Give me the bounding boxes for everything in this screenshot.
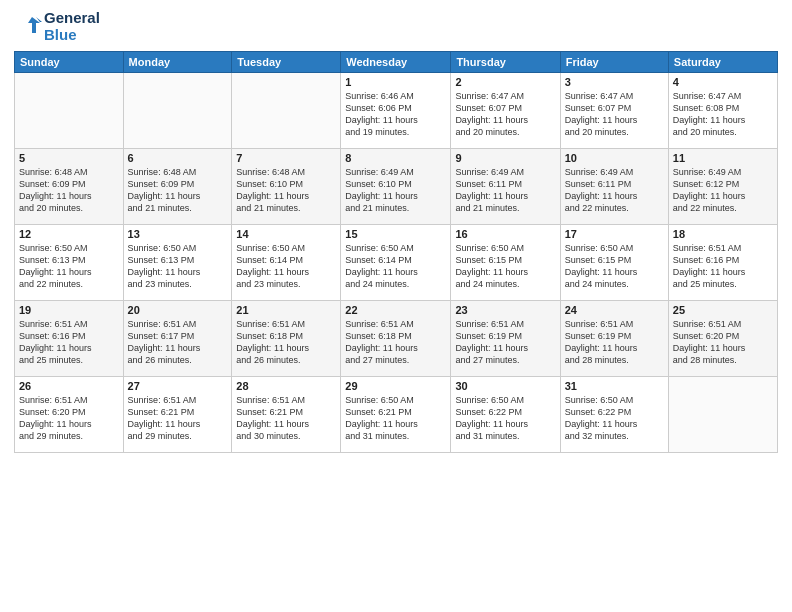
day-number: 21: [236, 304, 336, 316]
logo: General Blue: [14, 10, 100, 43]
week-row-5: 26Sunrise: 6:51 AM Sunset: 6:20 PM Dayli…: [15, 377, 778, 453]
calendar-cell: 11Sunrise: 6:49 AM Sunset: 6:12 PM Dayli…: [668, 149, 777, 225]
calendar-cell: [123, 73, 232, 149]
week-row-2: 5Sunrise: 6:48 AM Sunset: 6:09 PM Daylig…: [15, 149, 778, 225]
day-info: Sunrise: 6:48 AM Sunset: 6:10 PM Dayligh…: [236, 166, 336, 215]
day-info: Sunrise: 6:49 AM Sunset: 6:12 PM Dayligh…: [673, 166, 773, 215]
calendar: SundayMondayTuesdayWednesdayThursdayFrid…: [14, 51, 778, 453]
day-number: 15: [345, 228, 446, 240]
logo-line1: General: [44, 10, 100, 27]
day-info: Sunrise: 6:50 AM Sunset: 6:13 PM Dayligh…: [128, 242, 228, 291]
day-info: Sunrise: 6:50 AM Sunset: 6:22 PM Dayligh…: [455, 394, 555, 443]
calendar-cell: 13Sunrise: 6:50 AM Sunset: 6:13 PM Dayli…: [123, 225, 232, 301]
day-number: 7: [236, 152, 336, 164]
week-row-4: 19Sunrise: 6:51 AM Sunset: 6:16 PM Dayli…: [15, 301, 778, 377]
day-info: Sunrise: 6:49 AM Sunset: 6:11 PM Dayligh…: [455, 166, 555, 215]
calendar-cell: 27Sunrise: 6:51 AM Sunset: 6:21 PM Dayli…: [123, 377, 232, 453]
header: General Blue: [14, 10, 778, 43]
day-info: Sunrise: 6:51 AM Sunset: 6:18 PM Dayligh…: [345, 318, 446, 367]
logo-line2: Blue: [44, 27, 100, 44]
calendar-header-row: SundayMondayTuesdayWednesdayThursdayFrid…: [15, 52, 778, 73]
day-number: 13: [128, 228, 228, 240]
calendar-cell: 20Sunrise: 6:51 AM Sunset: 6:17 PM Dayli…: [123, 301, 232, 377]
day-info: Sunrise: 6:51 AM Sunset: 6:16 PM Dayligh…: [673, 242, 773, 291]
calendar-cell: 24Sunrise: 6:51 AM Sunset: 6:19 PM Dayli…: [560, 301, 668, 377]
day-info: Sunrise: 6:50 AM Sunset: 6:14 PM Dayligh…: [236, 242, 336, 291]
day-info: Sunrise: 6:50 AM Sunset: 6:15 PM Dayligh…: [565, 242, 664, 291]
calendar-cell: 19Sunrise: 6:51 AM Sunset: 6:16 PM Dayli…: [15, 301, 124, 377]
logo-svg: [14, 13, 42, 41]
day-number: 17: [565, 228, 664, 240]
day-number: 11: [673, 152, 773, 164]
calendar-cell: 4Sunrise: 6:47 AM Sunset: 6:08 PM Daylig…: [668, 73, 777, 149]
day-number: 18: [673, 228, 773, 240]
day-number: 2: [455, 76, 555, 88]
day-info: Sunrise: 6:50 AM Sunset: 6:15 PM Dayligh…: [455, 242, 555, 291]
day-number: 31: [565, 380, 664, 392]
day-info: Sunrise: 6:47 AM Sunset: 6:07 PM Dayligh…: [565, 90, 664, 139]
day-info: Sunrise: 6:51 AM Sunset: 6:21 PM Dayligh…: [236, 394, 336, 443]
calendar-cell: 21Sunrise: 6:51 AM Sunset: 6:18 PM Dayli…: [232, 301, 341, 377]
calendar-cell: 26Sunrise: 6:51 AM Sunset: 6:20 PM Dayli…: [15, 377, 124, 453]
day-info: Sunrise: 6:49 AM Sunset: 6:10 PM Dayligh…: [345, 166, 446, 215]
calendar-cell: 9Sunrise: 6:49 AM Sunset: 6:11 PM Daylig…: [451, 149, 560, 225]
calendar-cell: 15Sunrise: 6:50 AM Sunset: 6:14 PM Dayli…: [341, 225, 451, 301]
header-saturday: Saturday: [668, 52, 777, 73]
calendar-cell: 18Sunrise: 6:51 AM Sunset: 6:16 PM Dayli…: [668, 225, 777, 301]
day-number: 6: [128, 152, 228, 164]
calendar-cell: [232, 73, 341, 149]
day-number: 3: [565, 76, 664, 88]
calendar-cell: 14Sunrise: 6:50 AM Sunset: 6:14 PM Dayli…: [232, 225, 341, 301]
day-number: 1: [345, 76, 446, 88]
day-info: Sunrise: 6:51 AM Sunset: 6:19 PM Dayligh…: [565, 318, 664, 367]
calendar-body: 1Sunrise: 6:46 AM Sunset: 6:06 PM Daylig…: [15, 73, 778, 453]
day-number: 9: [455, 152, 555, 164]
day-number: 25: [673, 304, 773, 316]
calendar-cell: 3Sunrise: 6:47 AM Sunset: 6:07 PM Daylig…: [560, 73, 668, 149]
calendar-cell: 7Sunrise: 6:48 AM Sunset: 6:10 PM Daylig…: [232, 149, 341, 225]
day-number: 23: [455, 304, 555, 316]
day-info: Sunrise: 6:51 AM Sunset: 6:17 PM Dayligh…: [128, 318, 228, 367]
day-info: Sunrise: 6:49 AM Sunset: 6:11 PM Dayligh…: [565, 166, 664, 215]
calendar-cell: 25Sunrise: 6:51 AM Sunset: 6:20 PM Dayli…: [668, 301, 777, 377]
day-info: Sunrise: 6:47 AM Sunset: 6:07 PM Dayligh…: [455, 90, 555, 139]
calendar-cell: 8Sunrise: 6:49 AM Sunset: 6:10 PM Daylig…: [341, 149, 451, 225]
week-row-3: 12Sunrise: 6:50 AM Sunset: 6:13 PM Dayli…: [15, 225, 778, 301]
calendar-cell: 17Sunrise: 6:50 AM Sunset: 6:15 PM Dayli…: [560, 225, 668, 301]
day-info: Sunrise: 6:51 AM Sunset: 6:19 PM Dayligh…: [455, 318, 555, 367]
day-info: Sunrise: 6:51 AM Sunset: 6:20 PM Dayligh…: [673, 318, 773, 367]
calendar-cell: [668, 377, 777, 453]
day-number: 26: [19, 380, 119, 392]
day-info: Sunrise: 6:50 AM Sunset: 6:13 PM Dayligh…: [19, 242, 119, 291]
day-info: Sunrise: 6:50 AM Sunset: 6:14 PM Dayligh…: [345, 242, 446, 291]
day-info: Sunrise: 6:51 AM Sunset: 6:21 PM Dayligh…: [128, 394, 228, 443]
day-info: Sunrise: 6:51 AM Sunset: 6:18 PM Dayligh…: [236, 318, 336, 367]
day-number: 22: [345, 304, 446, 316]
calendar-cell: 6Sunrise: 6:48 AM Sunset: 6:09 PM Daylig…: [123, 149, 232, 225]
header-friday: Friday: [560, 52, 668, 73]
day-number: 10: [565, 152, 664, 164]
calendar-cell: 12Sunrise: 6:50 AM Sunset: 6:13 PM Dayli…: [15, 225, 124, 301]
day-info: Sunrise: 6:50 AM Sunset: 6:21 PM Dayligh…: [345, 394, 446, 443]
calendar-cell: 1Sunrise: 6:46 AM Sunset: 6:06 PM Daylig…: [341, 73, 451, 149]
day-info: Sunrise: 6:50 AM Sunset: 6:22 PM Dayligh…: [565, 394, 664, 443]
calendar-cell: 29Sunrise: 6:50 AM Sunset: 6:21 PM Dayli…: [341, 377, 451, 453]
day-number: 8: [345, 152, 446, 164]
day-number: 4: [673, 76, 773, 88]
calendar-cell: 5Sunrise: 6:48 AM Sunset: 6:09 PM Daylig…: [15, 149, 124, 225]
day-number: 20: [128, 304, 228, 316]
calendar-cell: [15, 73, 124, 149]
day-number: 24: [565, 304, 664, 316]
day-number: 19: [19, 304, 119, 316]
week-row-1: 1Sunrise: 6:46 AM Sunset: 6:06 PM Daylig…: [15, 73, 778, 149]
calendar-cell: 2Sunrise: 6:47 AM Sunset: 6:07 PM Daylig…: [451, 73, 560, 149]
header-tuesday: Tuesday: [232, 52, 341, 73]
header-wednesday: Wednesday: [341, 52, 451, 73]
day-number: 5: [19, 152, 119, 164]
day-info: Sunrise: 6:51 AM Sunset: 6:16 PM Dayligh…: [19, 318, 119, 367]
day-number: 12: [19, 228, 119, 240]
day-number: 28: [236, 380, 336, 392]
header-thursday: Thursday: [451, 52, 560, 73]
calendar-cell: 28Sunrise: 6:51 AM Sunset: 6:21 PM Dayli…: [232, 377, 341, 453]
day-number: 14: [236, 228, 336, 240]
